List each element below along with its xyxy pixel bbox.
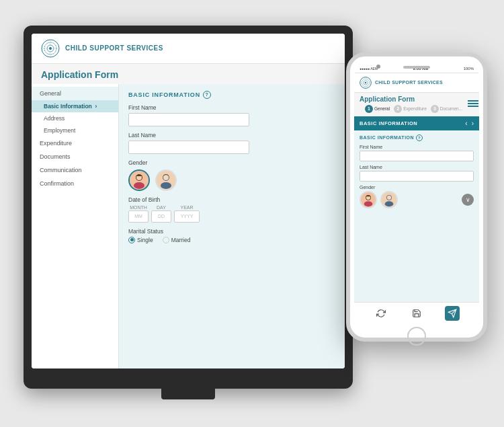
avatar-male[interactable] — [155, 169, 177, 191]
mobile-first-name-label: First Name — [360, 145, 474, 149]
mobile-bottom-bar — [354, 302, 479, 324]
mobile-gender-avatars: ∨ — [360, 191, 474, 208]
svg-point-12 — [161, 182, 171, 189]
step-2-label: Expenditure — [403, 106, 427, 111]
gender-avatars — [128, 169, 335, 191]
mobile-first-name-field: First Name — [360, 145, 474, 161]
mobile-logo-icon — [360, 77, 372, 89]
svg-point-23 — [364, 201, 373, 206]
step-1-label: General — [374, 106, 390, 111]
desktop-screen: CHILD SUPPORT SERVICES Application Form … — [32, 34, 345, 368]
mobile-gender-field: Gender — [360, 185, 474, 208]
svg-point-28 — [387, 195, 391, 199]
last-name-field: Last Name — [128, 132, 335, 154]
sidebar-item-expenditure[interactable]: Expenditure — [32, 137, 118, 150]
radio-married-dot — [163, 237, 169, 243]
first-name-field: First Name — [128, 104, 335, 126]
mobile-form-area: BASIC INFORMATION ? First Name Last Name… — [354, 130, 479, 302]
radio-single-label: Single — [137, 237, 153, 243]
app-header: CHILD SUPPORT SERVICES — [32, 34, 345, 64]
last-name-label: Last Name — [128, 132, 335, 139]
mobile-nav-prev[interactable]: ‹ — [465, 120, 467, 127]
desktop-stand — [161, 389, 215, 399]
step-2-num: 2 — [394, 105, 402, 113]
radio-single[interactable]: Single — [128, 237, 153, 243]
last-name-input[interactable] — [128, 141, 249, 154]
mobile-battery: 100% — [464, 67, 474, 71]
sidebar-item-documents[interactable]: Documents — [32, 150, 118, 163]
marital-options: Single Married — [128, 237, 335, 243]
svg-point-13 — [163, 175, 169, 180]
mobile-home-button[interactable] — [407, 327, 426, 346]
marital-field: Marital Status Single Married — [128, 228, 335, 243]
mobile-gender-label: Gender — [360, 185, 474, 190]
dob-day-input[interactable]: DD — [151, 210, 171, 223]
mobile-send-button[interactable] — [445, 306, 460, 321]
mobile-phone: ●●●●● AEM 9:00 AM 100% CHILD SUPPORT SER… — [346, 52, 487, 342]
sidebar: General Basic Information › Address Empl… — [32, 84, 119, 368]
radio-married[interactable]: Married — [163, 237, 191, 243]
dob-month-input[interactable]: MM — [128, 210, 149, 223]
form-area: BASIC INFORMATION ? First Name Last Name — [119, 84, 345, 368]
mobile-save-button[interactable] — [409, 306, 424, 321]
svg-point-17 — [365, 81, 367, 83]
first-name-input[interactable] — [128, 113, 249, 126]
gender-field: Gender — [128, 159, 335, 191]
first-name-label: First Name — [128, 104, 335, 111]
sidebar-communication-label: Communication — [40, 167, 82, 173]
desktop-monitor: CHILD SUPPORT SERVICES Application Form … — [24, 26, 353, 389]
sidebar-item-address[interactable]: Address — [32, 112, 118, 124]
hamburger-icon[interactable] — [468, 95, 478, 110]
marital-label: Marital Status — [128, 228, 335, 235]
mobile-nav-bar: BASIC INFORMATION ‹ › — [354, 116, 479, 130]
mobile-gender-dropdown[interactable]: ∨ — [462, 194, 474, 206]
svg-point-8 — [134, 182, 144, 189]
sidebar-general-label: General — [40, 90, 61, 97]
sidebar-confirmation-label: Confirmation — [40, 180, 74, 187]
sidebar-expenditure-label: Expenditure — [40, 140, 72, 147]
sidebar-item-communication[interactable]: Communication — [32, 163, 118, 177]
dob-day-col: DAY DD — [151, 205, 171, 223]
step-3-label: Documen... — [440, 106, 462, 111]
mobile-app-title: CHILD SUPPORT SERVICES — [375, 80, 443, 85]
mobile-info-icon[interactable]: ? — [416, 134, 423, 141]
mobile-page-title: Application Form — [360, 95, 468, 105]
sidebar-item-employment[interactable]: Employment — [32, 124, 118, 137]
mobile-steps: 1 General 2 Expenditure 3 Documen... — [360, 105, 468, 116]
dob-year-col: YEAR YYYY — [174, 205, 200, 223]
desktop-page-title: Application Form — [32, 64, 345, 84]
step-1[interactable]: 1 General — [365, 105, 390, 113]
step-2[interactable]: 2 Expenditure — [394, 105, 427, 113]
radio-single-dot — [128, 237, 135, 243]
sidebar-item-confirmation[interactable]: Confirmation — [32, 177, 118, 190]
dob-year-input[interactable]: YYYY — [174, 210, 200, 223]
dob-month-label: MONTH — [130, 205, 147, 210]
app-content: General Basic Information › Address Empl… — [32, 84, 345, 368]
mobile-last-name-input[interactable] — [360, 171, 474, 182]
dob-row: MONTH MM DAY DD YEAR YYYY — [128, 205, 335, 223]
mobile-last-name-label: Last Name — [360, 165, 474, 169]
info-icon[interactable]: ? — [203, 91, 211, 99]
dob-year-label: YEAR — [180, 205, 193, 210]
svg-point-27 — [385, 201, 394, 206]
step-3-num: 3 — [431, 105, 439, 113]
mobile-refresh-button[interactable] — [374, 306, 388, 321]
gender-label: Gender — [128, 159, 335, 166]
app-body: Application Form General Basic Informati… — [32, 64, 345, 368]
dob-label: Date of Birth — [128, 196, 335, 203]
mobile-nav-next[interactable]: › — [472, 120, 474, 127]
sidebar-documents-label: Documents — [40, 153, 71, 160]
mobile-nav-title: BASIC INFORMATION — [360, 120, 417, 126]
mobile-app-header: CHILD SUPPORT SERVICES — [354, 73, 479, 93]
mobile-first-name-input[interactable] — [360, 151, 474, 161]
dob-field: Date of Birth MONTH MM DAY DD — [128, 196, 335, 223]
step-3[interactable]: 3 Documen... — [431, 105, 462, 113]
sidebar-item-general[interactable]: General — [32, 87, 118, 100]
form-section-title: BASIC INFORMATION ? — [128, 91, 335, 99]
sidebar-item-basic-info[interactable]: Basic Information › — [32, 100, 118, 112]
mobile-avatar-female[interactable] — [360, 191, 377, 208]
mobile-section-title: BASIC INFORMATION ? — [360, 134, 474, 141]
mobile-last-name-field: Last Name — [360, 165, 474, 182]
avatar-female[interactable] — [128, 169, 150, 191]
mobile-avatar-male[interactable] — [380, 191, 398, 208]
